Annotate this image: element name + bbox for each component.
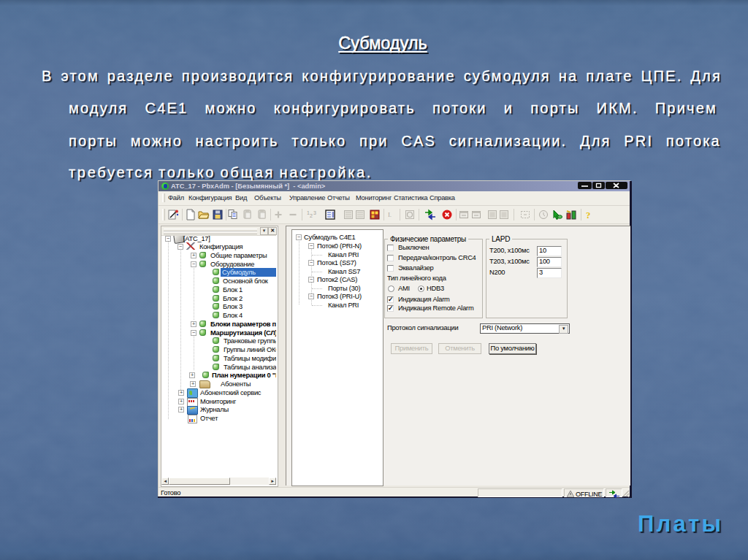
svg-text:?: ? [586,210,590,220]
svg-text:2: 2 [310,213,313,218]
svg-text:I.: I. [388,211,392,218]
svg-text:3: 3 [313,210,316,215]
